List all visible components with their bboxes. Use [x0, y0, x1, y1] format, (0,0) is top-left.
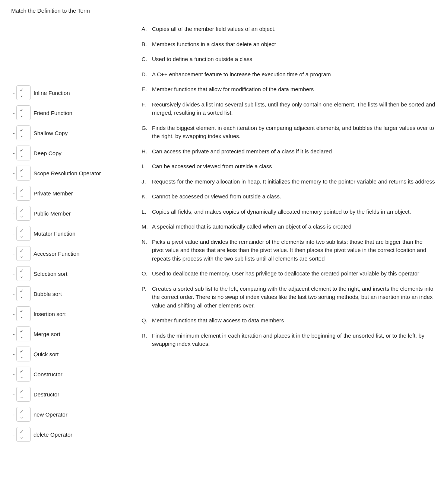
term-dash: -	[11, 251, 16, 257]
terms-column: -✓ ⌄Inline Function-✓ ⌄Friend Function-✓…	[11, 84, 127, 446]
term-row-destructor: -✓ ⌄Destructor	[11, 386, 127, 402]
term-dash: -	[11, 230, 16, 237]
term-row-inline-function: -✓ ⌄Inline Function	[11, 84, 127, 101]
dropdown-selection-sort[interactable]: ✓ ⌄	[16, 266, 31, 281]
dropdown-inline-function[interactable]: ✓ ⌄	[16, 85, 31, 100]
definition-item-l: L.Copies all fields, and makes copies of…	[142, 208, 436, 216]
term-row-selection-sort: -✓ ⌄Selection sort	[11, 265, 127, 282]
chevron-down-icon: ✓ ⌄	[20, 329, 27, 339]
chevron-down-icon: ✓ ⌄	[20, 429, 27, 440]
term-row-mutator-function: -✓ ⌄Mutator Function	[11, 225, 127, 242]
definition-item-h: H.Can access the private and protected m…	[142, 147, 436, 156]
definition-text: Creates a sorted sub list to the left, c…	[152, 285, 436, 310]
term-row-accessor-function: -✓ ⌄Accessor Function	[11, 245, 127, 262]
definition-letter: O.	[142, 269, 152, 278]
term-label-selection-sort: Selection sort	[34, 271, 67, 277]
chevron-down-icon: ✓ ⌄	[20, 208, 27, 218]
definition-text: Picks a pivot value and divides the rema…	[152, 238, 436, 263]
definition-text: Member functions that allow access to da…	[152, 316, 436, 325]
dropdown-accessor-function[interactable]: ✓ ⌄	[16, 246, 31, 261]
chevron-down-icon: ✓ ⌄	[20, 268, 27, 279]
term-row-constructor: -✓ ⌄Constructor	[11, 366, 127, 382]
definition-letter: H.	[142, 147, 152, 156]
dropdown-constructor[interactable]: ✓ ⌄	[16, 367, 31, 382]
definition-item-d: D.A C++ enhancement feature to increase …	[142, 70, 436, 79]
term-row-merge-sort: -✓ ⌄Merge sort	[11, 326, 127, 342]
definition-item-i: I.Can be accessed or viewed from outside…	[142, 162, 436, 171]
term-label-scope-resolution-operator: Scope Resolution Operator	[34, 170, 101, 176]
term-label-friend-function: Friend Function	[34, 110, 72, 116]
definition-text: Member functions that allow for modifica…	[152, 85, 436, 94]
definition-letter: P.	[142, 285, 152, 310]
term-dash: -	[11, 371, 16, 377]
definition-letter: C.	[142, 55, 152, 64]
term-label-inline-function: Inline Function	[34, 90, 70, 96]
definition-letter: R.	[142, 332, 152, 348]
dropdown-merge-sort[interactable]: ✓ ⌄	[16, 326, 31, 341]
term-label-accessor-function: Accessor Function	[34, 251, 79, 257]
term-dash: -	[11, 130, 16, 136]
term-dash: -	[11, 291, 16, 297]
dropdown-bubble-sort[interactable]: ✓ ⌄	[16, 286, 31, 301]
term-dash: -	[11, 351, 16, 357]
definition-item-b: B.Members functions in a class that dele…	[142, 40, 436, 49]
term-label-constructor: Constructor	[34, 371, 63, 377]
definition-text: Copies all of the member field values of…	[152, 25, 436, 34]
chevron-down-icon: ✓ ⌄	[20, 108, 27, 118]
definition-text: Finds the minimum element in each iterat…	[152, 332, 436, 348]
definition-text: A special method that is automatically c…	[152, 223, 436, 231]
term-dash: -	[11, 311, 16, 317]
page-title: Match the Definition to the Term	[11, 7, 436, 14]
dropdown-public-member[interactable]: ✓ ⌄	[16, 206, 31, 221]
definition-letter: B.	[142, 40, 152, 49]
dropdown-destructor[interactable]: ✓ ⌄	[16, 387, 31, 402]
dropdown-scope-resolution-operator[interactable]: ✓ ⌄	[16, 166, 31, 181]
term-label-quick-sort: Quick sort	[34, 351, 59, 357]
dropdown-quick-sort[interactable]: ✓ ⌄	[16, 347, 31, 361]
term-label-public-member: Public Member	[34, 210, 71, 217]
term-label-private-member: Private Member	[34, 190, 73, 197]
definition-text: Members functions in a class that delete…	[152, 40, 436, 49]
term-row-scope-resolution-operator: -✓ ⌄Scope Resolution Operator	[11, 165, 127, 181]
dropdown-mutator-function[interactable]: ✓ ⌄	[16, 226, 31, 241]
term-row-insertion-sort: -✓ ⌄Insertion sort	[11, 306, 127, 322]
definitions-column: A.Copies all of the member field values …	[142, 25, 436, 355]
dropdown-shallow-copy[interactable]: ✓ ⌄	[16, 125, 31, 140]
definition-text: Recursively divides a list into several …	[152, 101, 436, 117]
term-dash: -	[11, 110, 16, 116]
definition-letter: L.	[142, 208, 152, 216]
dropdown-insertion-sort[interactable]: ✓ ⌄	[16, 306, 31, 321]
dropdown-delete-operator[interactable]: ✓ ⌄	[16, 427, 31, 442]
definition-letter: G.	[142, 124, 152, 141]
dropdown-new-operator[interactable]: ✓ ⌄	[16, 407, 31, 422]
term-dash: -	[11, 391, 16, 398]
term-dash: -	[11, 331, 16, 337]
chevron-down-icon: ✓ ⌄	[20, 409, 27, 420]
term-row-new-operator: -✓ ⌄new Operator	[11, 406, 127, 422]
term-label-merge-sort: Merge sort	[34, 331, 60, 337]
term-row-quick-sort: -✓ ⌄Quick sort	[11, 346, 127, 362]
chevron-down-icon: ✓ ⌄	[20, 148, 27, 158]
term-dash: -	[11, 170, 16, 176]
definition-item-c: C.Used to define a function outside a cl…	[142, 55, 436, 64]
term-label-shallow-copy: Shallow Copy	[34, 130, 68, 136]
term-row-public-member: -✓ ⌄Public Member	[11, 205, 127, 221]
definition-text: A C++ enhancement feature to increase th…	[152, 70, 436, 79]
term-dash: -	[11, 271, 16, 277]
term-label-insertion-sort: Insertion sort	[34, 311, 66, 317]
term-row-friend-function: -✓ ⌄Friend Function	[11, 105, 127, 121]
term-dash: -	[11, 431, 16, 438]
definition-text: Used to define a function outside a clas…	[152, 55, 436, 64]
dropdown-deep-copy[interactable]: ✓ ⌄	[16, 146, 31, 160]
definition-item-p: P.Creates a sorted sub list to the left,…	[142, 285, 436, 310]
definition-item-n: N.Picks a pivot value and divides the re…	[142, 238, 436, 263]
chevron-down-icon: ✓ ⌄	[20, 228, 27, 239]
term-row-delete-operator: -✓ ⌄delete Operator	[11, 426, 127, 443]
dropdown-friend-function[interactable]: ✓ ⌄	[16, 105, 31, 120]
definition-text: Used to deallocate the memory. User has …	[152, 269, 436, 278]
term-dash: -	[11, 190, 16, 197]
definition-item-m: M.A special method that is automatically…	[142, 223, 436, 231]
dropdown-private-member[interactable]: ✓ ⌄	[16, 186, 31, 201]
definition-item-k: K.Cannot be accessed or viewed from outs…	[142, 192, 436, 201]
definition-item-o: O.Used to deallocate the memory. User ha…	[142, 269, 436, 278]
